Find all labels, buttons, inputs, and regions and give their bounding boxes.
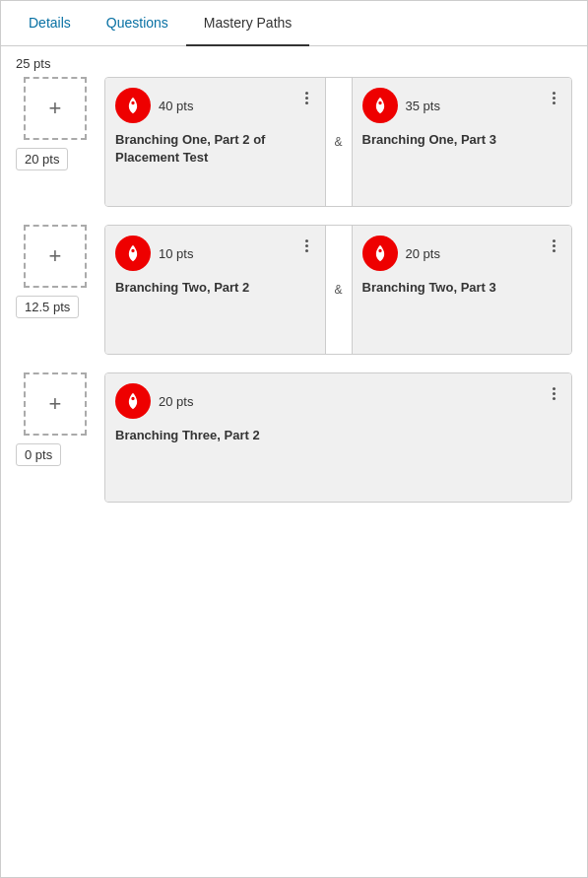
card-3-1-menu[interactable] <box>542 381 565 405</box>
card-1-1-pts: 40 pts <box>159 99 315 113</box>
card-1-2-title: Branching One, Part 3 <box>362 131 562 149</box>
section-1-bottom-pts: 20 pts <box>16 148 68 170</box>
card-1-2: 35 pts Branching One, Part 3 <box>353 78 572 206</box>
card-3-1-title: Branching Three, Part 2 <box>115 427 561 444</box>
card-3-1: 20 pts Branching Three, Part 2 <box>105 373 571 502</box>
section-2-row: + 12.5 pts 10 pts <box>16 225 572 355</box>
section-3-add-button[interactable]: + <box>24 372 87 436</box>
rocket-icon-1-1 <box>115 88 151 123</box>
rocket-icon-3-1 <box>115 383 151 419</box>
section-2-bottom-pts: 12.5 pts <box>16 296 79 318</box>
section-1-add-button[interactable]: + <box>24 77 87 140</box>
rocket-icon-2-2 <box>362 236 398 271</box>
card-2-1-title: Branching Two, Part 2 <box>115 279 315 297</box>
section-2-cards: 10 pts Branching Two, Part 2 & <box>104 225 572 355</box>
section-1-row: + 20 pts 40 pts <box>16 77 572 207</box>
section-2-left: + 12.5 pts <box>16 225 95 318</box>
card-2-1: 10 pts Branching Two, Part 2 <box>105 226 325 354</box>
rocket-icon-2-1 <box>115 236 151 271</box>
section-3-bottom-pts: 0 pts <box>16 443 61 466</box>
card-3-1-header: 20 pts <box>115 383 561 419</box>
card-1-2-pts: 35 pts <box>406 99 562 113</box>
tab-questions[interactable]: Questions <box>89 1 186 46</box>
rocket-icon-1-2 <box>362 88 398 123</box>
card-1-1-header: 40 pts <box>115 88 315 123</box>
card-2-2-title: Branching Two, Part 3 <box>362 279 562 297</box>
card-2-1-header: 10 pts <box>115 236 315 271</box>
card-2-2-pts: 20 pts <box>406 246 562 261</box>
section-2: + 12.5 pts 10 pts <box>16 225 572 355</box>
tab-bar: Details Questions Mastery Paths <box>1 1 587 46</box>
section-1-cards: 40 pts Branching One, Part 2 of Placemen… <box>104 77 572 207</box>
card-2-1-menu[interactable] <box>295 234 319 257</box>
card-1-1-title: Branching One, Part 2 of Placement Test <box>115 131 315 167</box>
section-1-top-pts: 25 pts <box>16 56 572 71</box>
and-separator-1: & <box>325 78 353 206</box>
card-2-1-pts: 10 pts <box>159 246 315 261</box>
card-3-1-pts: 20 pts <box>159 394 561 409</box>
card-1-1: 40 pts Branching One, Part 2 of Placemen… <box>105 78 325 206</box>
card-2-2: 20 pts Branching Two, Part 3 <box>353 226 572 354</box>
main-content: 25 pts + 20 pts 40 pts <box>1 46 587 530</box>
card-1-2-header: 35 pts <box>362 88 562 123</box>
card-2-2-menu[interactable] <box>542 234 565 257</box>
section-3-cards: 20 pts Branching Three, Part 2 <box>104 372 572 503</box>
section-1-left: + 20 pts <box>16 77 95 170</box>
section-3: + 0 pts 20 pts <box>16 372 572 503</box>
tab-mastery-paths[interactable]: Mastery Paths <box>186 1 309 46</box>
section-2-add-button[interactable]: + <box>24 225 87 288</box>
tab-details[interactable]: Details <box>11 1 89 46</box>
section-3-left: + 0 pts <box>16 372 95 466</box>
card-1-2-menu[interactable] <box>542 86 565 109</box>
card-2-2-header: 20 pts <box>362 236 562 271</box>
and-separator-2: & <box>325 226 353 354</box>
section-1: 25 pts + 20 pts 40 pts <box>16 56 572 207</box>
card-1-1-menu[interactable] <box>295 86 319 109</box>
section-3-row: + 0 pts 20 pts <box>16 372 572 503</box>
